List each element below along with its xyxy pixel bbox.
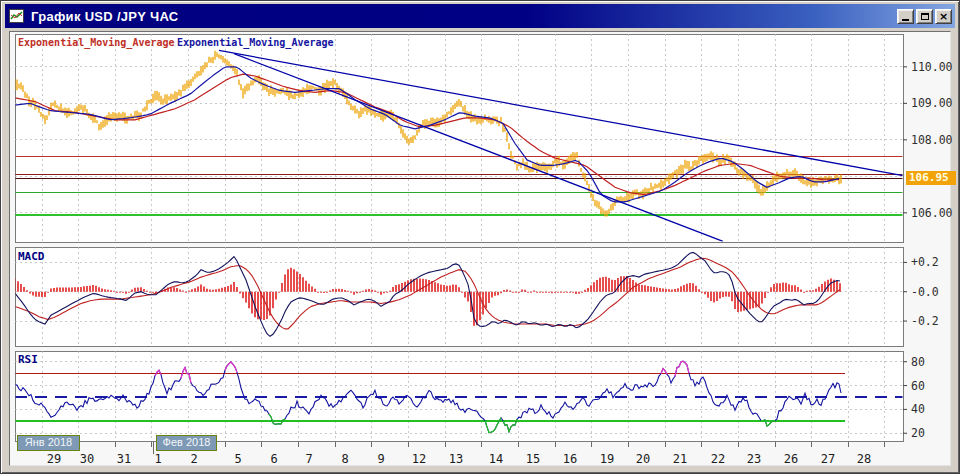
price-panel[interactable] (15, 34, 903, 242)
date-label: 9 (368, 452, 394, 466)
date-label: 13 (443, 452, 469, 466)
axis-label: 40 (911, 402, 925, 416)
date-label: 1 (145, 452, 171, 466)
date-label: 5 (225, 452, 251, 466)
chart-window: График USD /JPY ЧАС × 110.00109.00108.00… (0, 0, 960, 474)
ema-label-slow: Exponential_Moving_Average (18, 37, 175, 48)
macd-panel[interactable] (15, 247, 903, 346)
date-label: 21 (667, 452, 693, 466)
date-label: 8 (332, 452, 358, 466)
date-label: 26 (778, 452, 804, 466)
date-label: 31 (111, 452, 137, 466)
rsi-panel-label: RSI (18, 353, 38, 366)
date-label: 2 (181, 452, 207, 466)
axis-label: -0.0 (911, 285, 939, 299)
month-label-feb: Фев 2018 (156, 435, 217, 451)
axis-label: 109.00 (911, 96, 953, 110)
date-label: 14 (483, 452, 509, 466)
date-label: 22 (705, 452, 731, 466)
month-label-jan: Янв 2018 (17, 435, 80, 451)
date-label: 15 (520, 452, 546, 466)
macd-panel-label: MACD (18, 250, 45, 263)
date-label: 20 (630, 452, 656, 466)
axis-label: 110.00 (911, 60, 953, 74)
axis-label: 108.00 (911, 133, 953, 147)
chart-canvas[interactable]: 110.00109.00108.00106.00+0.2-0.0-0.28060… (1, 1, 960, 474)
ema-label-fast: Exponential_Moving_Average (177, 37, 334, 48)
axis-label: 80 (911, 355, 925, 369)
rsi-panel[interactable] (15, 351, 903, 441)
date-label: 23 (741, 452, 767, 466)
current-price-tag: 106.95 (906, 171, 956, 185)
date-label: 29 (41, 452, 67, 466)
date-label: 30 (74, 452, 100, 466)
axis-label: 60 (911, 379, 925, 393)
axis-label: +0.2 (911, 255, 939, 269)
date-label: 6 (261, 452, 287, 466)
axis-label: -0.2 (911, 314, 939, 328)
date-label: 12 (406, 452, 432, 466)
date-label: 27 (815, 452, 841, 466)
date-label: 28 (851, 452, 877, 466)
axis-label: 20 (911, 426, 925, 440)
axis-label: 106.00 (911, 206, 953, 220)
date-label: 7 (296, 452, 322, 466)
date-label: 16 (557, 452, 583, 466)
date-label: 19 (594, 452, 620, 466)
